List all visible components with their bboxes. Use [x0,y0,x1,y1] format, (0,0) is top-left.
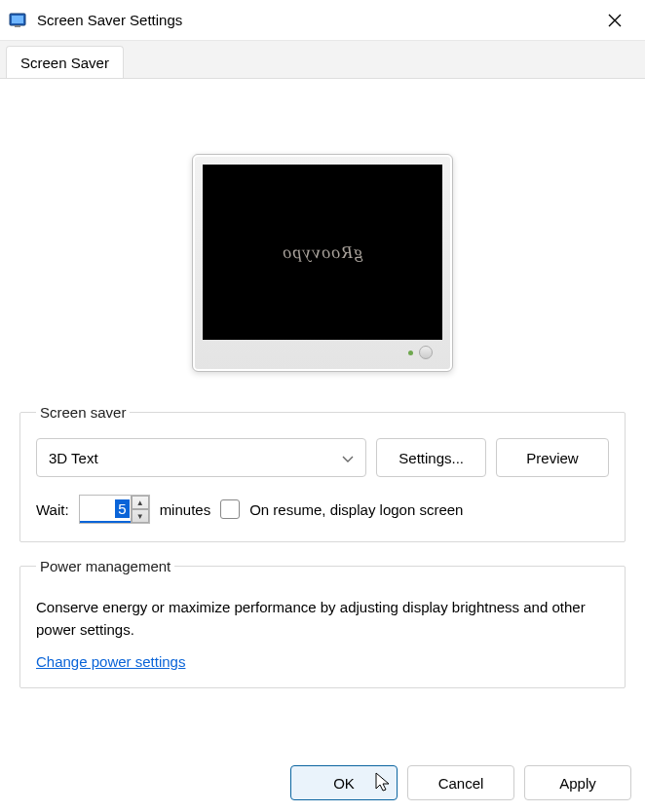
spinner-down-icon[interactable]: ▼ [132,509,149,523]
power-legend: Power management [36,558,174,574]
preview-monitor: gRoovypo [192,154,453,372]
power-button-icon [419,346,433,359]
wait-label: Wait: [36,501,69,518]
screensaver-icon [8,10,29,31]
screensaver-legend: Screen saver [36,404,130,421]
screensaver-select[interactable]: 3D Text [36,438,366,477]
resume-checkbox[interactable] [220,499,240,519]
dialog-footer: OK Cancel Apply [0,754,645,812]
svg-rect-2 [15,25,20,27]
settings-button[interactable]: Settings... [376,438,486,477]
apply-button[interactable]: Apply [524,765,631,800]
chevron-down-icon [342,450,354,466]
ok-button[interactable]: OK [290,765,398,800]
resume-label: On resume, display logon screen [249,501,463,518]
cancel-button[interactable]: Cancel [407,765,514,800]
preview-area: gRoovypo [19,79,626,400]
screensaver-group: Screen saver 3D Text Settings... Preview… [19,404,626,542]
window-title: Screen Saver Settings [37,12,592,28]
tab-strip: Screen Saver [0,41,645,78]
titlebar: Screen Saver Settings [0,0,645,41]
dialog-content: gRoovypo Screen saver 3D Text Settings..… [0,78,645,754]
wait-value: 5 [115,499,129,518]
preview-button[interactable]: Preview [496,438,609,477]
preview-screen: gRoovypo [203,165,442,340]
power-group: Power management Conserve energy or maxi… [19,558,626,688]
power-led-icon [408,351,413,355]
wait-spinner[interactable]: 5 ▲ ▼ [79,495,150,524]
dialog-window: Screen Saver Settings Screen Saver gRoov… [0,0,645,812]
monitor-base [203,340,442,365]
change-power-settings-link[interactable]: Change power settings [36,653,185,670]
screensaver-select-value: 3D Text [49,450,98,466]
close-button[interactable] [592,5,637,36]
minutes-label: minutes [160,501,211,518]
svg-rect-1 [12,16,23,23]
tab-screen-saver[interactable]: Screen Saver [6,46,124,79]
power-text: Conserve energy or maximize performance … [36,596,609,642]
preview-text: gRoovypo [281,242,364,263]
spinner-up-icon[interactable]: ▲ [132,496,149,509]
